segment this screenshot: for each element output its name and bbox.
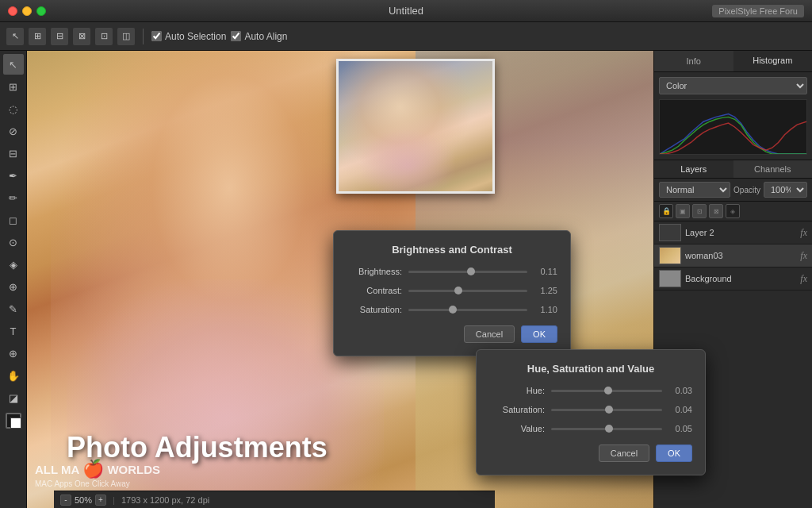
auto-selection-checkbox[interactable]: Auto Selection (151, 31, 226, 42)
hsv-cancel-button[interactable]: Cancel (599, 444, 649, 462)
layer-tool-2[interactable]: ⊟ (51, 28, 68, 45)
zoom-minus[interactable]: - (60, 495, 71, 506)
tool-crop[interactable]: ⊟ (3, 143, 24, 164)
hsv-saturation-slider[interactable] (551, 409, 662, 411)
watermark: ALL MA🍎WORLDS MAC Apps One Click Away (35, 459, 160, 488)
opacity-select[interactable]: 100% 75% 50% (764, 182, 807, 198)
brightness-value: 0.11 (532, 267, 557, 276)
contrast-label: Contrast: (347, 286, 402, 295)
layer-btn-4[interactable]: ◈ (726, 204, 740, 218)
hue-label: Hue: (489, 386, 545, 395)
hue-slider[interactable] (551, 390, 662, 392)
hsv-ok-button[interactable]: OK (656, 444, 692, 462)
hsv-dialog-title: Hue, Saturation and Value (489, 363, 692, 375)
histogram-chart (659, 99, 807, 155)
brightness-dialog-buttons: Cancel OK (347, 325, 557, 343)
move-tool-icon[interactable]: ↖ (6, 28, 24, 45)
tool-dodge[interactable]: ⊕ (3, 276, 24, 297)
tool-shape[interactable]: ◪ (3, 387, 24, 408)
layer-tool-1[interactable]: ⊞ (29, 28, 46, 45)
value-value: 0.05 (667, 424, 692, 433)
saturation-slider-container: 1.10 (408, 305, 557, 314)
hsv-dialog-buttons: Cancel OK (489, 444, 692, 462)
layer-background-thumb (659, 270, 681, 287)
tool-hand[interactable]: ✋ (3, 365, 24, 386)
tool-magic[interactable]: ⊘ (3, 121, 24, 141)
contrast-slider[interactable] (408, 290, 527, 292)
brightness-contrast-dialog: Brightness and Contrast Brightness: 0.11… (333, 230, 571, 356)
layer-btn-1[interactable]: ▣ (676, 204, 690, 218)
hue-row: Hue: 0.03 (489, 386, 692, 395)
layer-btn-3[interactable]: ⊠ (709, 204, 723, 218)
toolbar-separator (143, 29, 144, 44)
tool-marquee[interactable]: ⊞ (3, 76, 24, 97)
brightness-ok-button[interactable]: OK (521, 325, 557, 343)
saturation-slider[interactable] (408, 309, 527, 311)
layer-lock-icon[interactable]: 🔒 (659, 204, 673, 218)
hue-value: 0.03 (667, 386, 692, 395)
tool-brush[interactable]: ✏ (3, 187, 24, 208)
blend-mode-select[interactable]: Normal Multiply Screen Overlay (659, 182, 730, 198)
tab-histogram[interactable]: Histogram (733, 51, 813, 71)
value-slider[interactable] (551, 428, 662, 430)
brightness-cancel-button[interactable]: Cancel (464, 325, 515, 343)
layer-tool-5[interactable]: ◫ (117, 28, 135, 45)
contrast-slider-container: 1.25 (408, 286, 557, 295)
brightness-slider[interactable] (408, 271, 527, 273)
hsv-saturation-slider-container: 0.04 (551, 405, 692, 414)
layer-btn-2[interactable]: ⊡ (692, 204, 707, 218)
layer-item-woman03[interactable]: woman03 fx (654, 244, 812, 267)
layer-background-fx[interactable]: fx (800, 273, 807, 285)
thumbnail-overlay (336, 59, 495, 194)
tool-blur[interactable]: ◈ (3, 254, 24, 275)
zoom-value: 50% (75, 495, 92, 505)
minimize-button[interactable] (22, 6, 32, 16)
zoom-plus[interactable]: + (95, 495, 106, 506)
contrast-row: Contrast: 1.25 (347, 286, 557, 295)
tab-channels[interactable]: Channels (733, 160, 813, 178)
tool-text[interactable]: T (3, 321, 24, 341)
maximize-button[interactable] (36, 6, 46, 16)
layer-background-name: Background (685, 274, 796, 283)
auto-selection-label: Auto Selection (165, 31, 226, 42)
histogram-area: Color RGB Luminosity (654, 72, 812, 160)
value-row: Value: 0.05 (489, 424, 692, 433)
status-bar: - 50% + | 1793 x 1200 px, 72 dpi (54, 491, 495, 508)
tool-zoom[interactable]: ⊕ (3, 343, 24, 364)
auto-align-label: Auto Align (244, 31, 287, 42)
canvas-dimensions: 1793 x 1200 px, 72 dpi (121, 495, 209, 505)
histogram-color-select[interactable]: Color RGB Luminosity (659, 77, 807, 94)
info-histogram-tabs: Info Histogram (654, 51, 812, 72)
window-controls[interactable] (8, 6, 46, 16)
tool-lasso[interactable]: ◌ (3, 98, 24, 119)
layer-2-fx[interactable]: fx (800, 227, 807, 239)
close-button[interactable] (8, 6, 17, 16)
tool-eraser[interactable]: ◻ (3, 210, 24, 230)
layer-tool-4[interactable]: ⊡ (95, 28, 113, 45)
tool-foreground-color[interactable] (6, 413, 21, 429)
saturation-row: Saturation: 1.10 (347, 305, 557, 314)
layer-woman03-fx[interactable]: fx (800, 250, 807, 262)
tab-layers[interactable]: Layers (654, 160, 733, 178)
hsv-saturation-row: Saturation: 0.04 (489, 405, 692, 414)
layer-2-name: Layer 2 (685, 228, 796, 237)
brand-label: PixelStyle Free Foru (712, 5, 804, 17)
tool-move[interactable]: ↖ (3, 54, 24, 75)
auto-align-input[interactable] (231, 31, 241, 41)
tab-info[interactable]: Info (654, 51, 733, 71)
hsv-saturation-label: Saturation: (489, 405, 545, 414)
tool-fill[interactable]: ⊙ (3, 232, 24, 252)
auto-align-checkbox[interactable]: Auto Align (231, 31, 287, 42)
saturation-value: 1.10 (532, 305, 557, 314)
auto-selection-input[interactable] (151, 31, 162, 41)
hue-slider-container: 0.03 (551, 386, 692, 395)
layer-item-2[interactable]: Layer 2 fx (654, 221, 812, 244)
layer-item-background[interactable]: Background fx (654, 267, 812, 291)
zoom-control[interactable]: - 50% + (60, 495, 106, 506)
value-label: Value: (489, 424, 545, 433)
layer-woman03-thumb (659, 247, 681, 264)
tool-eyedrop[interactable]: ✒ (3, 165, 24, 186)
layer-icon-buttons: 🔒 ▣ ⊡ ⊠ ◈ (654, 202, 812, 221)
tool-pen[interactable]: ✎ (3, 298, 24, 319)
layer-tool-3[interactable]: ⊠ (73, 28, 90, 45)
